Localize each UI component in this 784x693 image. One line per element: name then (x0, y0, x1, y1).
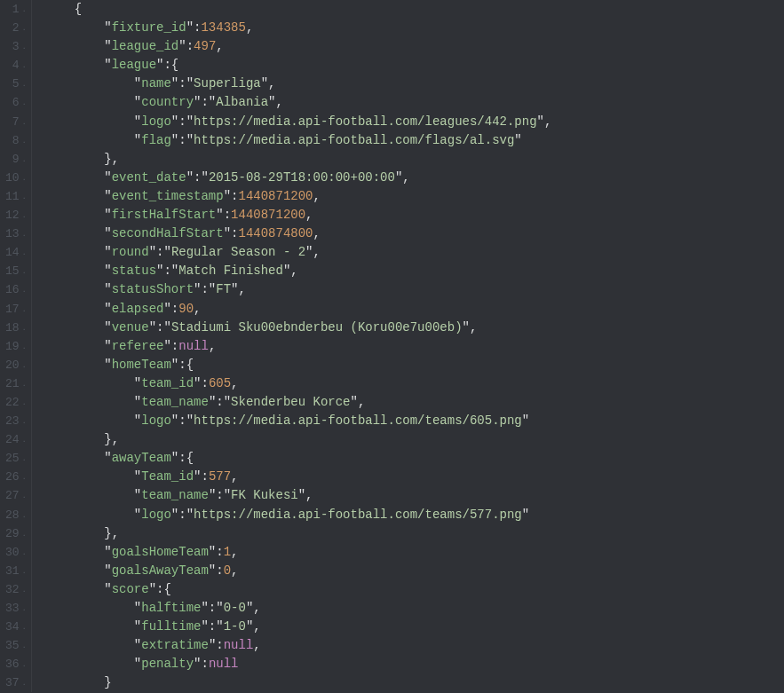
code-token: statusShort (112, 282, 194, 296)
code-token: " (134, 114, 141, 129)
code-line: "firstHalfStart":1440871200, (44, 206, 784, 224)
code-token: ":" (171, 76, 194, 91)
code-token: , (216, 39, 223, 53)
line-number: 14. (5, 243, 24, 262)
code-token: ": (194, 376, 209, 390)
code-token: team_name (141, 488, 209, 502)
line-number: 1. (5, 0, 24, 19)
code-line: { (44, 0, 784, 19)
code-line: "homeTeam":{ (44, 356, 784, 374)
code-token: ": (194, 469, 209, 484)
code-line: }, (44, 430, 784, 449)
code-token: FT (216, 282, 231, 296)
line-number: 19. (5, 337, 24, 356)
code-line: } (44, 673, 784, 692)
code-token: logo (141, 508, 171, 522)
code-token: team_name (141, 395, 209, 409)
code-line: "event_timestamp":1440871200, (44, 187, 784, 206)
code-token: https://media.api-football.com/flags/al.… (194, 133, 514, 147)
code-token: " (134, 133, 141, 147)
code-token: ", (231, 282, 246, 296)
code-token: referee (112, 339, 164, 353)
code-token: " (134, 488, 141, 502)
code-token: ", (283, 264, 298, 278)
code-line: "event_date":"2015-08-29T18:00:00+00:00"… (44, 169, 784, 187)
code-token: country (141, 95, 194, 109)
code-token: homeTeam (112, 358, 171, 372)
line-number: 25. (5, 449, 24, 468)
code-line: "logo":"https://media.api-football.com/l… (44, 113, 784, 131)
line-number: 30. (5, 543, 24, 562)
code-token: " (134, 469, 141, 484)
code-line: "round":"Regular Season - 2", (44, 243, 784, 262)
code-line: "statusShort":"FT", (44, 280, 784, 299)
line-number: 31. (5, 562, 24, 580)
code-token: ":{ (171, 358, 194, 372)
code-token: ":" (194, 95, 216, 109)
code-token: } (104, 675, 111, 689)
code-token: 1-0 (224, 619, 246, 634)
code-token: , (209, 339, 216, 353)
code-token: " (104, 545, 111, 559)
line-number: 9. (5, 150, 24, 169)
code-token: ", (261, 76, 276, 91)
code-token: " (104, 302, 111, 316)
code-token: 605 (209, 376, 231, 390)
code-line: "league":{ (44, 56, 784, 75)
code-token: }, (104, 432, 119, 446)
code-token: Albania (216, 95, 268, 109)
line-number: 28. (5, 506, 24, 524)
code-token: ": (224, 226, 239, 240)
code-token: , (305, 208, 313, 222)
code-token: , (253, 638, 260, 652)
code-token: " (104, 39, 111, 53)
code-token: " (134, 508, 141, 522)
code-token: ":" (171, 413, 194, 428)
code-token: " (134, 376, 141, 390)
code-token: Stadiumi Sku00ebnderbeu (Koru00e7u00eb) (171, 320, 463, 335)
code-token: ": (178, 39, 194, 53)
code-line: "name":"Superliga", (44, 75, 784, 93)
code-token: " (134, 657, 141, 671)
code-token: " (134, 619, 141, 634)
code-line: "team_id":605, (44, 374, 784, 393)
code-token: " (104, 282, 111, 296)
code-line: "venue":"Stadiumi Sku00ebnderbeu (Koru00… (44, 319, 784, 337)
code-token: " (104, 58, 111, 72)
code-token: ":" (171, 133, 194, 147)
code-token: { (75, 2, 82, 16)
code-token: ", (305, 245, 321, 259)
code-token: penalty (141, 657, 194, 671)
code-token: null (209, 657, 239, 671)
line-number: 27. (5, 486, 24, 505)
code-line: "fulltime":"1-0", (44, 618, 784, 636)
code-token: ": (194, 657, 209, 671)
code-token: ": (224, 189, 239, 203)
line-number: 20. (5, 356, 24, 374)
code-token: ":" (209, 488, 231, 502)
code-token: ": (209, 563, 224, 578)
code-line: "penalty":null (44, 655, 784, 673)
code-token: ":{ (171, 451, 194, 465)
code-token: fixture_id (112, 20, 186, 35)
code-line: "team_name":"Skenderbeu Korce", (44, 393, 784, 412)
code-token: 1 (224, 545, 231, 559)
code-token: ": (186, 20, 202, 35)
code-line: "halftime":"0-0", (44, 599, 784, 618)
code-token: Match Finished (178, 264, 283, 278)
code-token: ", (463, 320, 478, 335)
code-token: ":{ (149, 582, 171, 596)
code-token: " (134, 395, 141, 409)
code-token: ":" (149, 320, 171, 335)
code-line: "logo":"https://media.api-football.com/t… (44, 412, 784, 430)
line-number: 24. (5, 430, 24, 449)
code-content[interactable]: { "fixture_id":134385, "league_id":497, … (32, 0, 784, 692)
code-line: "logo":"https://media.api-football.com/t… (44, 506, 784, 524)
code-token: , (231, 563, 238, 578)
code-token: league (112, 58, 156, 72)
line-number: 37. (5, 673, 24, 692)
code-token: " (104, 170, 111, 185)
code-token: " (104, 451, 111, 465)
code-token: , (313, 226, 321, 240)
code-token: ":" (171, 508, 194, 522)
